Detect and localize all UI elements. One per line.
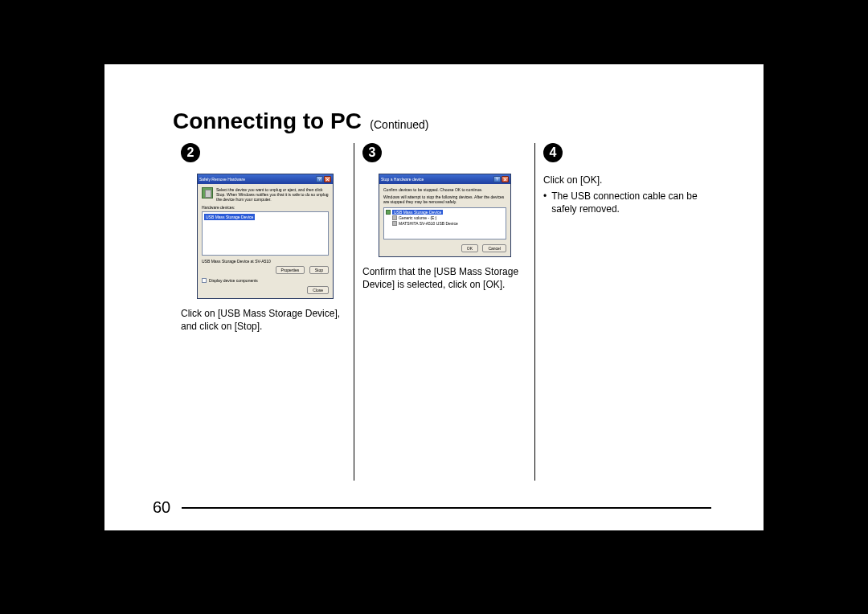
dialog-intro-1: Confirm devices to be stopped. Choose OK… <box>383 187 506 192</box>
stop-hardware-device-dialog: Stop a Hardware device ? Confirm devices… <box>379 174 511 257</box>
page-number: 60 <box>153 498 170 517</box>
close-icon[interactable] <box>502 176 509 182</box>
close-button[interactable]: Close <box>307 286 329 294</box>
properties-button[interactable]: Properties <box>276 266 305 274</box>
title-main: Connecting to PC <box>173 108 362 133</box>
safely-remove-hardware-dialog: Safely Remove Hardware ? Select the devi… <box>197 174 334 299</box>
close-icon[interactable] <box>324 176 331 182</box>
hardware-icon <box>202 187 213 199</box>
device-tree-listbox[interactable]: USB Mass Storage Device Generic volume -… <box>383 207 506 239</box>
device-footer-label: USB Mass Storage Device at SV-A510 <box>202 259 329 264</box>
step-column-4: 4 Click on [OK]. • The USB connection ca… <box>534 143 715 481</box>
volume-icon <box>392 215 397 220</box>
dialog-titlebar: Stop a Hardware device ? <box>379 174 510 184</box>
step-column-3: 3 Stop a Hardware device ? Confirm devic… <box>354 143 534 481</box>
help-icon[interactable]: ? <box>316 176 323 182</box>
manual-page: Connecting to PC (Continued) 2 Safely Re… <box>104 64 764 530</box>
list-item-selected[interactable]: USB Mass Storage Device <box>204 214 255 220</box>
ok-button[interactable]: OK <box>461 244 478 252</box>
step-2-instruction: Click on [USB Mass Storage Device], and … <box>181 307 346 333</box>
help-icon[interactable]: ? <box>493 176 501 182</box>
footer-rule <box>182 507 711 509</box>
step-column-2: 2 Safely Remove Hardware ? Select the de… <box>173 143 354 481</box>
disk-icon <box>392 221 397 226</box>
step-number-badge: 3 <box>362 143 382 162</box>
tree-item[interactable]: Generic volume - (E:) <box>399 215 437 220</box>
step-3-instruction: Confirm that the [USB Mass Storage Devic… <box>362 265 526 291</box>
stop-button[interactable]: Stop <box>309 266 329 274</box>
step-number-badge: 4 <box>543 143 563 162</box>
checkbox-label: Display device components <box>209 278 258 283</box>
dialog-intro-2: Windows will attempt to stop the followi… <box>383 194 506 204</box>
tree-item[interactable]: MATSHITA SV-A510 USB Device <box>399 221 458 226</box>
hardware-listbox[interactable]: USB Mass Storage Device <box>202 211 329 256</box>
tree-item-selected[interactable]: USB Mass Storage Device <box>392 210 443 215</box>
bullet-text: The USB connection cable can be safely r… <box>551 190 707 215</box>
dialog-intro-text: Select the device you want to unplug or … <box>216 187 329 202</box>
step-number-badge: 2 <box>181 143 200 162</box>
step-4-instruction: Click on [OK]. <box>543 174 707 186</box>
page-title: Connecting to PC (Continued) <box>173 108 428 134</box>
usb-device-icon <box>386 210 391 215</box>
step-4-bullet: • The USB connection cable can be safely… <box>543 190 707 215</box>
list-label: Hardware devices: <box>202 205 329 210</box>
cancel-button[interactable]: Cancel <box>482 244 506 252</box>
bullet-icon: • <box>543 190 547 215</box>
page-footer: 60 <box>153 498 764 517</box>
title-sub: (Continued) <box>370 118 428 131</box>
dialog-titlebar: Safely Remove Hardware ? <box>198 174 333 184</box>
dialog-title: Safely Remove Hardware <box>199 177 245 182</box>
display-components-checkbox[interactable] <box>202 278 207 283</box>
dialog-title: Stop a Hardware device <box>381 177 424 182</box>
steps-container: 2 Safely Remove Hardware ? Select the de… <box>173 143 715 481</box>
